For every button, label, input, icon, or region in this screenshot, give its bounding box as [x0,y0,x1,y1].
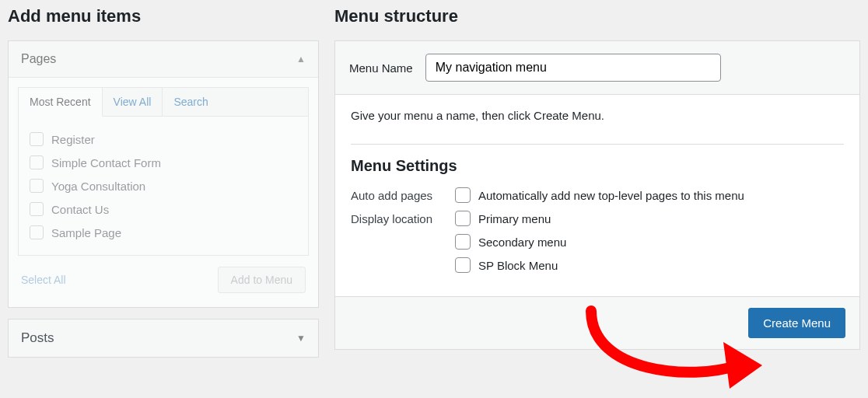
menu-settings-title: Menu Settings [351,157,844,175]
page-item[interactable]: Sample Page [30,221,297,244]
location-option-label: SP Block Menu [478,259,558,272]
posts-toggle[interactable]: Posts ▼ [9,319,318,357]
page-item-label: Yoga Consultation [51,180,145,193]
page-item[interactable]: Yoga Consultation [30,174,297,197]
menu-panel: Menu Name Give your menu a name, then cl… [334,40,860,350]
menu-structure-title: Menu structure [334,6,860,26]
checkbox-icon[interactable] [30,202,44,216]
page-item-label: Contact Us [51,203,109,216]
tab-view-all[interactable]: View All [103,88,163,116]
auto-add-option-label: Automatically add new top-level pages to… [478,189,744,202]
menu-name-label: Menu Name [349,61,413,75]
checkbox-icon[interactable] [30,155,44,169]
pages-header-label: Pages [21,52,56,66]
posts-header-label: Posts [21,330,54,346]
pages-tabs: Most Recent View All Search [18,87,309,116]
tab-most-recent[interactable]: Most Recent [19,88,103,117]
location-option[interactable]: Primary menu [455,211,566,226]
page-item[interactable]: Register [30,127,297,151]
checkbox-icon[interactable] [455,234,471,250]
page-item-label: Simple Contact Form [51,156,161,169]
divider [351,144,844,145]
checkbox-icon[interactable] [30,225,44,239]
page-item[interactable]: Simple Contact Form [30,151,297,174]
location-option-label: Secondary menu [478,236,566,249]
auto-add-option[interactable]: Automatically add new top-level pages to… [455,187,744,203]
helper-text: Give your menu a name, then click Create… [351,109,844,122]
pages-list: Register Simple Contact Form Yoga Consul… [18,116,309,256]
page-item-label: Register [51,133,95,146]
pages-metabox: Pages ▲ Most Recent View All Search Regi… [8,40,319,308]
location-option[interactable]: Secondary menu [455,234,566,250]
auto-add-label: Auto add pages [351,187,450,202]
chevron-up-icon: ▲ [296,54,306,65]
page-item-label: Sample Page [51,226,121,239]
select-all-link[interactable]: Select All [21,274,66,286]
display-location-label: Display location [351,211,450,225]
checkbox-icon[interactable] [30,179,44,193]
pages-toggle[interactable]: Pages ▲ [9,41,318,77]
posts-metabox: Posts ▼ [8,319,319,358]
checkbox-icon[interactable] [455,257,471,273]
tab-search[interactable]: Search [163,88,219,116]
location-option[interactable]: SP Block Menu [455,257,566,273]
checkbox-icon[interactable] [455,211,471,226]
add-menu-items-title: Add menu items [8,6,319,26]
checkbox-icon[interactable] [455,187,471,203]
menu-name-input[interactable] [425,54,721,82]
chevron-down-icon: ▼ [296,333,306,344]
location-option-label: Primary menu [478,212,551,225]
page-item[interactable]: Contact Us [30,197,297,221]
add-to-menu-button: Add to Menu [218,267,306,293]
create-menu-button[interactable]: Create Menu [748,308,845,338]
checkbox-icon[interactable] [30,132,44,146]
